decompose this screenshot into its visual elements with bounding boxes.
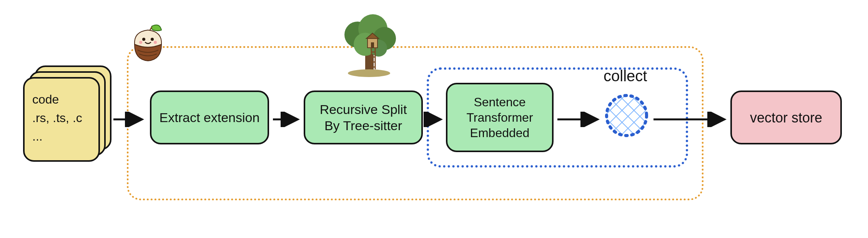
code-line-3: ... <box>32 127 43 146</box>
svg-point-17 <box>348 69 390 77</box>
code-input-stack: code .rs, .ts, .c ... <box>23 65 111 162</box>
svg-point-12 <box>142 38 145 41</box>
step-extract-label: Extract extension <box>160 109 260 126</box>
collect-hatched-circle-icon <box>604 92 650 139</box>
code-card-front: code .rs, .ts, .c ... <box>23 77 100 162</box>
step-embed: Sentence Transformer Embedded <box>446 83 554 152</box>
step-embed-label: Sentence Transformer Embedded <box>466 94 533 141</box>
output-vector-store: vector store <box>730 91 842 144</box>
code-line-1: code <box>32 90 59 109</box>
nut-mascot-icon <box>131 23 165 62</box>
treehouse-icon <box>334 12 404 77</box>
svg-point-14 <box>139 41 142 44</box>
collect-node <box>604 92 650 139</box>
svg-rect-25 <box>371 42 374 48</box>
step-extract-extension: Extract extension <box>150 91 269 144</box>
step-split-label: Recursive Split By Tree-sitter <box>320 101 407 134</box>
code-line-2: .rs, .ts, .c <box>32 109 82 127</box>
svg-line-11 <box>150 27 152 30</box>
step-recursive-split: Recursive Split By Tree-sitter <box>304 91 423 144</box>
collect-label: collect <box>604 67 647 85</box>
svg-point-15 <box>154 41 157 44</box>
output-label: vector store <box>750 109 822 126</box>
svg-point-13 <box>151 38 154 41</box>
pipeline-diagram: code .rs, .ts, .c ... Extract extension … <box>0 0 868 238</box>
